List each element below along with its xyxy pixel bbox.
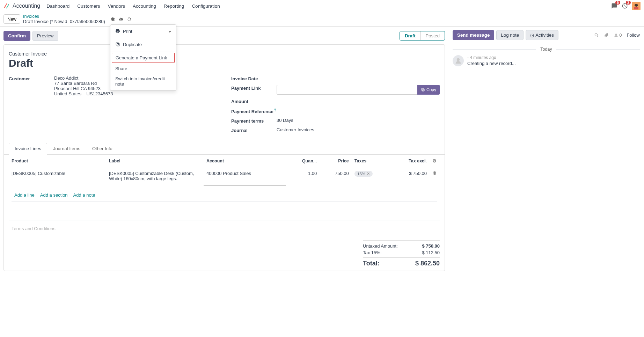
menu-duplicate-label: Duplicate [123, 42, 142, 47]
nav-configuration[interactable]: Configuration [192, 3, 220, 9]
payment-terms-field[interactable]: 30 Days [277, 118, 293, 123]
th-settings[interactable]: ⚙ [430, 155, 440, 167]
cell-price[interactable]: 750.00 [320, 167, 352, 185]
send-message-button[interactable]: Send message [453, 30, 494, 40]
label-payment-link: Payment Link [231, 85, 277, 91]
copy-icon [421, 88, 425, 92]
untaxed-label: Untaxed Amount: [363, 243, 398, 249]
customer-value[interactable]: Deco Addict 77 Santa Barbara Rd Pleasant… [54, 75, 113, 96]
columns-settings-icon[interactable]: ⚙ [432, 159, 437, 163]
menu-separator [110, 38, 176, 38]
log-note-button[interactable]: Log note [496, 30, 524, 40]
nav-vendors[interactable]: Vendors [108, 3, 125, 9]
cell-label[interactable]: [DESK0005] Customizable Desk (Custom, Wh… [106, 167, 204, 185]
chevron-right-icon: ▸ [169, 29, 171, 33]
nav-reporting[interactable]: Reporting [164, 3, 184, 9]
empty-row [9, 205, 440, 220]
duplicate-icon [115, 42, 120, 47]
search-icon[interactable] [594, 33, 599, 38]
svg-rect-8 [422, 88, 424, 90]
cloud-save-icon[interactable] [118, 17, 123, 22]
totals: Untaxed Amount: $ 750.00 Tax 15%: $ 112.… [9, 240, 440, 268]
attachment-icon[interactable] [604, 33, 609, 38]
th-qty: Quan... [286, 155, 320, 167]
menu-share[interactable]: Share [110, 64, 176, 74]
message-meta: - 4 minutes ago [467, 55, 516, 60]
menu-share-label: Share [115, 66, 127, 71]
gear-icon[interactable] [110, 17, 115, 22]
cell-account[interactable]: 400000 Product Sales [204, 167, 286, 185]
total-label: Total: [363, 260, 380, 267]
menu-print[interactable]: Print ▸ [110, 26, 176, 36]
customer-name: Deco Addict [54, 75, 113, 81]
tabs: Invoice Lines Journal Items Other Info [4, 143, 445, 155]
print-icon [115, 29, 120, 34]
cell-taxes[interactable]: 15% ✕ [352, 167, 391, 185]
discard-icon[interactable] [127, 17, 132, 22]
activities-button[interactable]: ◷Activities [526, 30, 558, 40]
breadcrumbs: Invoices Draft Invoice (* NewId_0x7fa9e0… [23, 14, 105, 24]
tab-journal-items[interactable]: Journal Items [47, 143, 86, 154]
status-posted[interactable]: Posted [420, 31, 445, 40]
new-button[interactable]: New [3, 14, 20, 24]
terms-field[interactable]: Terms and Conditions [9, 220, 440, 237]
th-account: Account [204, 155, 286, 167]
doc-title: Draft [9, 57, 440, 69]
control-bar: New Invoices Draft Invoice (* NewId_0x7f… [0, 12, 644, 26]
chatter-panel: Send message Log note ◷Activities 0 Foll… [448, 27, 644, 275]
preview-button[interactable]: Preview [32, 31, 58, 41]
label-journal: Journal [231, 127, 277, 133]
followers-count: 0 [619, 32, 622, 38]
nav-customers[interactable]: Customers [77, 3, 100, 9]
menu-separator [110, 51, 176, 51]
add-note-link[interactable]: Add a note [73, 192, 95, 198]
nav-dashboard[interactable]: Dashboard [46, 3, 69, 9]
cell-taxexcl: $ 750.00 [390, 167, 430, 185]
tax-remove-icon[interactable]: ✕ [367, 171, 370, 176]
invoice-card: Customer Invoice Draft Customer Deco Add… [3, 44, 445, 271]
tax-chip: 15% ✕ [354, 171, 373, 177]
menu-genlink-label: Generate a Payment Link [116, 55, 167, 60]
journal-field[interactable]: Customer Invoices [277, 127, 314, 132]
label-amount: Amount [231, 98, 277, 104]
add-line-link[interactable]: Add a line [14, 192, 35, 198]
menu-duplicate[interactable]: Duplicate [110, 39, 176, 50]
menu-switch-invoice[interactable]: Switch into invoice/credit note [110, 74, 176, 89]
help-icon[interactable]: ? [274, 108, 276, 112]
add-section-link[interactable]: Add a section [40, 192, 68, 198]
chatter-message: - 4 minutes ago Creating a new record... [453, 55, 640, 66]
status-draft[interactable]: Draft [400, 31, 420, 40]
untaxed-value: $ 750.00 [422, 243, 440, 249]
tax-value: $ 112.50 [422, 250, 440, 255]
user-avatar[interactable] [632, 2, 641, 10]
svg-rect-4 [634, 7, 638, 9]
customer-addr1: 77 Santa Barbara Rd [54, 81, 113, 86]
clock-icon[interactable]: 2 [622, 3, 628, 9]
payment-link-input[interactable] [277, 85, 417, 95]
chat-badge: 5 [615, 1, 620, 5]
tab-other-info[interactable]: Other Info [86, 143, 118, 154]
tab-invoice-lines[interactable]: Invoice Lines [9, 143, 47, 155]
invoice-lines-table: Product Label Account Quan... Price Taxe… [9, 155, 440, 220]
menu-generate-payment-link[interactable]: Generate a Payment Link [112, 53, 175, 63]
message-body: Creating a new record... [467, 61, 516, 66]
th-product: Product [9, 155, 106, 167]
app-name: Accounting [13, 3, 40, 9]
confirm-button[interactable]: Confirm [3, 31, 30, 41]
breadcrumb-invoices[interactable]: Invoices [23, 14, 105, 19]
chat-icon[interactable]: 5 [611, 3, 617, 9]
copy-label: Copy [426, 87, 436, 92]
label-payment-terms: Payment terms [231, 118, 277, 124]
table-row[interactable]: [DESK0005] Customizable [DESK0005] Custo… [9, 167, 440, 185]
delete-row-icon[interactable] [432, 171, 437, 175]
follow-button[interactable]: Follow [627, 32, 640, 38]
followers-icon[interactable]: 0 [614, 32, 622, 38]
nav-accounting[interactable]: Accounting [133, 3, 156, 9]
chatter-separator: Today [453, 46, 640, 52]
tax-chip-label: 15% [357, 172, 365, 176]
copy-button[interactable]: Copy [417, 85, 440, 95]
svg-rect-7 [422, 89, 424, 91]
th-price: Price [320, 155, 352, 167]
cell-qty[interactable]: 1.00 [286, 167, 320, 185]
cell-product[interactable]: [DESK0005] Customizable [9, 167, 106, 185]
